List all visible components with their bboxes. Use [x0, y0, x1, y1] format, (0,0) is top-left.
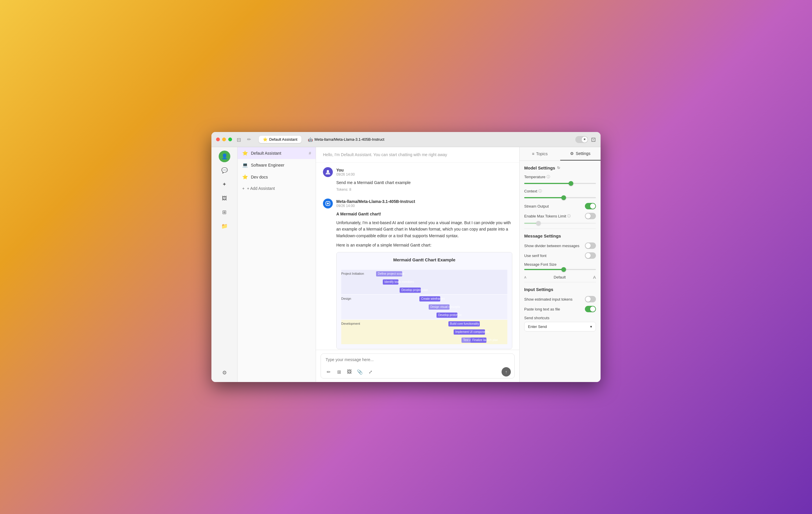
close-button[interactable] [216, 137, 220, 141]
add-assistant-button[interactable]: + + Add Assistant [237, 183, 316, 194]
divider-1 [524, 228, 596, 229]
context-slider[interactable] [524, 197, 596, 198]
image-toolbar-btn[interactable]: 🖼 [345, 368, 353, 376]
gantt-bar-prototype: Develop prototype [436, 313, 457, 318]
sidebar-icon-user[interactable]: 👤 [219, 151, 230, 162]
tabs: ⭐ Default Assistant 🤖 Meta-llama/Meta-Ll… [259, 136, 572, 143]
gantt-chart: Project Initiation Define project scope [337, 268, 512, 349]
edit-toolbar-btn[interactable]: ✏ [324, 368, 332, 376]
stream-output-knob [590, 204, 596, 209]
gantt-row-6: Develop prototype [341, 311, 508, 319]
max-tokens-track [524, 223, 596, 224]
conv-item-dev-docs[interactable]: ⭐ Dev docs [237, 171, 316, 183]
gantt-bars-plan: Develop project plan [376, 286, 508, 294]
gantt-bars-core: Build core functionality [376, 320, 508, 328]
sidebar-icon-image[interactable]: 🖼 [219, 192, 230, 204]
font-size-default-label: Default [554, 275, 566, 279]
gantt-row-2: Identify team members [341, 278, 508, 286]
conv-hashtag-icon: # [309, 151, 311, 156]
tab-meta-llama[interactable]: 🤖 Meta-llama/Meta-Llama-3.1-405B-Instruc… [304, 136, 388, 143]
sidebar-toggle-icon[interactable]: ⊟ [237, 137, 242, 142]
send-button[interactable]: ↑ [501, 367, 511, 377]
model-settings-title: Model Settings ↻ [524, 165, 596, 170]
expand-toolbar-btn[interactable]: ⤢ [366, 368, 374, 376]
context-row: Context ⓘ [524, 189, 596, 194]
tab-settings[interactable]: ⚙ Settings [560, 147, 601, 161]
temperature-row: Temperature ⓘ [524, 174, 596, 179]
stream-output-toggle[interactable] [585, 203, 596, 209]
gantt-bars-test: Test and iterate Finalize launch plan [376, 336, 508, 344]
temperature-label: Temperature ⓘ [524, 174, 550, 179]
tab-default-assistant[interactable]: ⭐ Default Assistant [259, 136, 301, 143]
model-settings-label: Model Settings [524, 165, 555, 170]
topics-label: Topics [536, 152, 548, 156]
tab-topics[interactable]: ≡ Topics [520, 147, 560, 161]
temperature-fill [524, 183, 571, 184]
attach-toolbar-btn[interactable]: 📎 [356, 368, 364, 376]
gantt-bar-finalize: Finalize launch plan [470, 337, 486, 343]
max-tokens-knob-slider [536, 221, 541, 225]
refresh-icon[interactable]: ↻ [557, 166, 560, 170]
svg-point-0 [327, 170, 329, 172]
message-user: You 09/26 14:00 Send me a Mermaid Gantt … [323, 167, 512, 193]
sidebar-icon-settings[interactable]: ⚙ [219, 367, 230, 379]
max-tokens-knob [585, 213, 591, 219]
titlebar: ⊟ ✏ ⭐ Default Assistant 🤖 Meta-llama/Met… [211, 132, 601, 147]
gantt-bars-identify: Identify team members [376, 278, 508, 286]
font-size-knob[interactable] [561, 267, 566, 272]
conv-label-default: Default Assistant [251, 151, 306, 156]
bot-message-time: 09/26 14:00 [336, 204, 415, 208]
maximize-button[interactable] [228, 137, 232, 141]
context-fill [524, 197, 564, 198]
context-knob[interactable] [561, 195, 566, 200]
add-icon: + [242, 186, 244, 191]
use-serif-label: Use serif font [524, 253, 547, 258]
sidebar-icon-chat[interactable]: 💬 [219, 165, 230, 176]
font-size-small-label: A [524, 276, 526, 279]
show-tokens-toggle[interactable] [585, 296, 596, 302]
gantt-bar-visual: Design visual concepts [429, 304, 450, 309]
gantt-bars-initiation: Define project scope [376, 270, 508, 278]
message-settings-label: Message Settings [524, 234, 561, 238]
send-shortcuts-dropdown[interactable]: Enter Send ▾ [524, 322, 596, 331]
font-size-labels-row: A Default A [524, 275, 596, 280]
conv-item-software-engineer[interactable]: 💻 Software Engineer [237, 159, 316, 171]
gantt-row-1: Project Initiation Define project scope [341, 270, 508, 278]
font-size-slider[interactable] [524, 269, 596, 270]
settings-tabs: ≡ Topics ⚙ Settings [520, 147, 601, 161]
sidebar-icon-sparkle[interactable]: ✦ [219, 179, 230, 190]
temperature-slider[interactable] [524, 183, 596, 184]
gantt-bar-ui: Implement UI components [454, 329, 485, 335]
tokens-label: Tokens: 8 [336, 187, 512, 192]
chat-welcome: Hello, I'm Default Assistant. You can st… [316, 147, 519, 163]
show-divider-toggle[interactable] [585, 242, 596, 249]
minimize-button[interactable] [222, 137, 226, 141]
edit-icon[interactable]: ✏ [247, 137, 253, 142]
temperature-knob[interactable] [569, 181, 573, 186]
avatar-user [323, 167, 333, 177]
gantt-label-design: Design [341, 296, 376, 301]
chat-area: Hello, I'm Default Assistant. You can st… [316, 147, 519, 382]
topics-icon: ≡ [532, 152, 534, 156]
context-track [524, 197, 596, 198]
paste-long-knob [590, 306, 596, 312]
layout-toggle-icon[interactable]: ⊡ [591, 136, 596, 143]
paste-long-toggle[interactable] [585, 306, 596, 312]
max-tokens-toggle[interactable] [585, 213, 596, 219]
sidebar-icon-folder[interactable]: 📁 [219, 220, 230, 232]
chat-input-area: ✏ ⊞ 🖼 📎 ⤢ ↑ [316, 350, 519, 382]
chat-input[interactable] [321, 354, 514, 366]
theme-knob: ☀ [582, 137, 587, 142]
gantt-row-5: Design visual concepts [341, 303, 508, 311]
message-bot-header: Meta-llama/Meta-Llama-3.1-405B-Instruct … [323, 198, 512, 209]
gantt-bars-visual: Design visual concepts [376, 303, 508, 311]
conv-label-docs: Dev docs [251, 175, 311, 179]
conv-item-default-assistant[interactable]: ⭐ Default Assistant # [237, 147, 316, 159]
gantt-row-3: Develop project plan [341, 286, 508, 294]
theme-toggle[interactable]: ☀ [575, 136, 588, 143]
sidebar-icon-grid[interactable]: ⊞ [219, 207, 230, 218]
bot-sender-name: Meta-llama/Meta-Llama-3.1-405B-Instruct [336, 199, 415, 204]
use-serif-toggle[interactable] [585, 252, 596, 259]
font-size-label: Message Font Size [524, 262, 596, 267]
table-toolbar-btn[interactable]: ⊞ [335, 368, 343, 376]
